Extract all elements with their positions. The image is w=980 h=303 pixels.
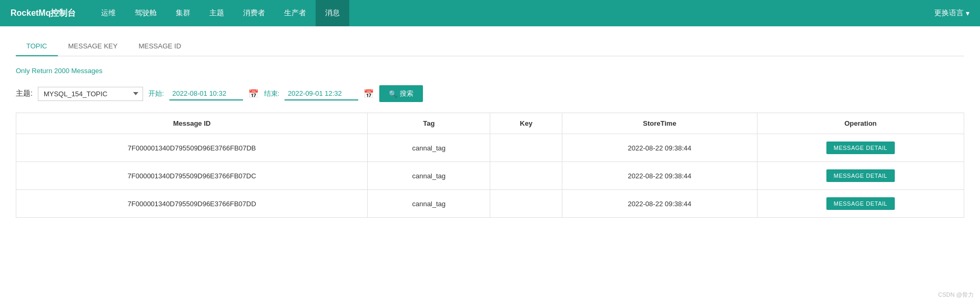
cell-key bbox=[490, 162, 562, 190]
messages-table: Message ID Tag Key StoreTime Operation 7… bbox=[16, 113, 964, 218]
navbar-brand: RocketMq控制台 bbox=[11, 8, 76, 19]
col-key: Key bbox=[490, 113, 562, 134]
cell-message-id: 7F000001340D795509D96E3766FB07DD bbox=[16, 190, 368, 218]
message-detail-button[interactable]: MESSAGE DETAIL bbox=[826, 197, 895, 210]
tab-message-id[interactable]: MESSAGE ID bbox=[128, 37, 191, 56]
navbar-item-xiaoxi[interactable]: 消息 bbox=[316, 0, 349, 26]
navbar-item-jiashicang[interactable]: 驾驶舱 bbox=[125, 0, 166, 26]
language-switcher[interactable]: 更换语言 ▾ bbox=[934, 8, 969, 18]
col-message-id: Message ID bbox=[16, 113, 368, 134]
navbar-item-shengchanzhe[interactable]: 生产者 bbox=[275, 0, 316, 26]
topic-label: 主题: bbox=[16, 89, 33, 98]
end-calendar-icon[interactable]: 📅 bbox=[363, 89, 374, 99]
navbar-menu: 运维 驾驶舱 集群 主题 消费者 生产者 消息 bbox=[92, 0, 934, 26]
cell-operation: MESSAGE DETAIL bbox=[757, 162, 964, 190]
message-detail-button[interactable]: MESSAGE DETAIL bbox=[826, 142, 895, 154]
cell-key bbox=[490, 134, 562, 162]
tab-topic[interactable]: TOPIC bbox=[16, 37, 58, 56]
navbar: RocketMq控制台 运维 驾驶舱 集群 主题 消费者 生产者 消息 更换语言… bbox=[0, 0, 980, 26]
cell-message-id: 7F000001340D795509D96E3766FB07DC bbox=[16, 162, 368, 190]
message-detail-button[interactable]: MESSAGE DETAIL bbox=[826, 169, 895, 182]
cell-tag: cannal_tag bbox=[368, 134, 490, 162]
navbar-item-xiaofeizhe[interactable]: 消费者 bbox=[234, 0, 275, 26]
table-row: 7F000001340D795509D96E3766FB07DDcannal_t… bbox=[16, 190, 964, 218]
search-btn-label: 搜索 bbox=[400, 89, 413, 98]
language-label: 更换语言 bbox=[934, 8, 964, 18]
navbar-item-zhuti[interactable]: 主题 bbox=[200, 0, 234, 26]
topic-select[interactable]: MYSQL_154_TOPIC bbox=[38, 87, 143, 101]
chevron-down-icon: ▾ bbox=[966, 9, 969, 17]
navbar-item-jiqun[interactable]: 集群 bbox=[166, 0, 200, 26]
table-header-row: Message ID Tag Key StoreTime Operation bbox=[16, 113, 964, 134]
start-date-input[interactable] bbox=[169, 87, 243, 100]
col-tag: Tag bbox=[368, 113, 490, 134]
cell-message-id: 7F000001340D795509D96E3766FB07DB bbox=[16, 134, 368, 162]
cell-key bbox=[490, 190, 562, 218]
start-calendar-icon[interactable]: 📅 bbox=[248, 89, 259, 99]
table-row: 7F000001340D795509D96E3766FB07DCcannal_t… bbox=[16, 162, 964, 190]
table-row: 7F000001340D795509D96E3766FB07DBcannal_t… bbox=[16, 134, 964, 162]
cell-operation: MESSAGE DETAIL bbox=[757, 134, 964, 162]
search-row: 主题: MYSQL_154_TOPIC 开始: 📅 结束: 📅 🔍 搜索 bbox=[16, 85, 964, 102]
end-date-input[interactable] bbox=[285, 87, 358, 100]
cell-store-time: 2022-08-22 09:38:44 bbox=[562, 190, 757, 218]
tabs-container: TOPIC MESSAGE KEY MESSAGE ID bbox=[16, 37, 964, 56]
search-icon: 🔍 bbox=[389, 90, 397, 98]
cell-operation: MESSAGE DETAIL bbox=[757, 190, 964, 218]
notice-text: Only Return 2000 Messages bbox=[16, 67, 964, 75]
cell-tag: cannal_tag bbox=[368, 190, 490, 218]
end-label: 结束: bbox=[264, 89, 280, 98]
navbar-item-yunwei[interactable]: 运维 bbox=[92, 0, 125, 26]
col-operation: Operation bbox=[757, 113, 964, 134]
cell-store-time: 2022-08-22 09:38:44 bbox=[562, 134, 757, 162]
col-store-time: StoreTime bbox=[562, 113, 757, 134]
tab-message-key[interactable]: MESSAGE KEY bbox=[58, 37, 128, 56]
main-content: TOPIC MESSAGE KEY MESSAGE ID Only Return… bbox=[0, 26, 980, 228]
cell-store-time: 2022-08-22 09:38:44 bbox=[562, 162, 757, 190]
search-button[interactable]: 🔍 搜索 bbox=[379, 85, 423, 102]
cell-tag: cannal_tag bbox=[368, 162, 490, 190]
start-label: 开始: bbox=[148, 89, 164, 98]
